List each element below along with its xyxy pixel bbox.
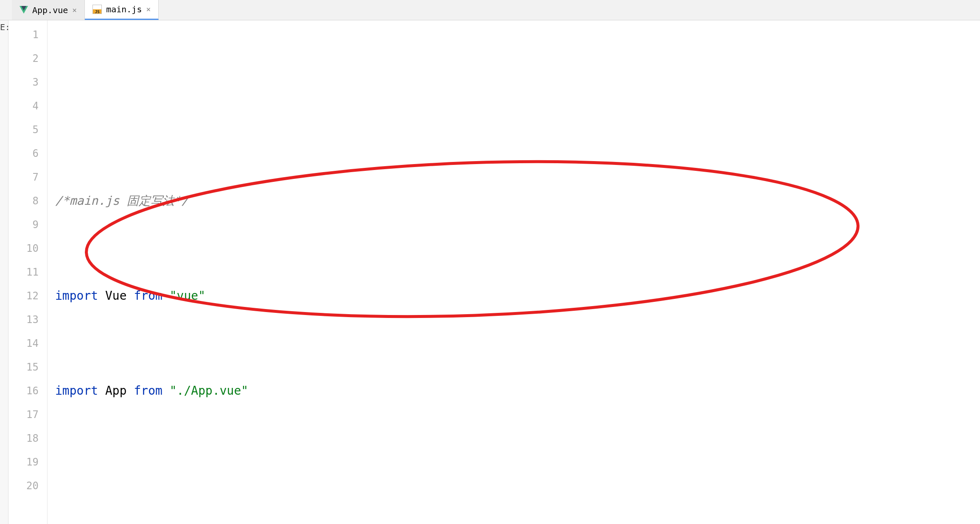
- line-number: 2: [8, 47, 39, 70]
- code-area[interactable]: /*main.js 固定写法*/ import Vue from "vue" i…: [48, 20, 980, 524]
- code-line[interactable]: [48, 94, 980, 118]
- line-number: 15: [8, 355, 39, 379]
- project-tree-sliver: E:: [0, 20, 8, 524]
- line-number: 4: [8, 94, 39, 118]
- tab-app-vue[interactable]: App.vue ×: [12, 0, 85, 20]
- line-number: 12: [8, 284, 39, 308]
- code-line[interactable]: /*main.js 固定写法*/: [48, 189, 980, 213]
- tab-main-js[interactable]: main.js ×: [85, 0, 159, 20]
- annotation-ellipse: [31, 126, 828, 304]
- line-number: 16: [8, 379, 39, 403]
- tab-bar: App.vue × main.js ×: [0, 0, 980, 20]
- line-number: 7: [8, 165, 39, 189]
- editor: 1 2 3 4 5 6 7 8 9 10 11 12 13 14 15 16 1…: [8, 20, 980, 524]
- vue-icon: [20, 6, 28, 14]
- line-number: 13: [8, 308, 39, 332]
- tab-label: main.js: [106, 4, 142, 14]
- line-number: 11: [8, 260, 39, 284]
- close-icon[interactable]: ×: [146, 6, 151, 13]
- code-line[interactable]: import Vue from "vue": [48, 284, 980, 308]
- js-file-icon: [92, 5, 102, 14]
- close-icon[interactable]: ×: [72, 6, 77, 14]
- line-number: 8: [8, 189, 39, 213]
- code-line[interactable]: [48, 474, 980, 498]
- code-line[interactable]: import App from "./App.vue": [48, 379, 980, 403]
- line-number: 18: [8, 426, 39, 450]
- tab-label: App.vue: [32, 5, 68, 15]
- line-number: 9: [8, 213, 39, 237]
- line-number: 17: [8, 403, 39, 426]
- line-number: 5: [8, 118, 39, 142]
- line-number: 20: [8, 474, 39, 498]
- line-number-gutter[interactable]: 1 2 3 4 5 6 7 8 9 10 11 12 13 14 15 16 1…: [8, 20, 48, 524]
- line-number: 3: [8, 70, 39, 94]
- line-number: 6: [8, 142, 39, 165]
- line-number: 10: [8, 237, 39, 260]
- line-number: 14: [8, 332, 39, 355]
- line-number: 19: [8, 450, 39, 474]
- line-number: 1: [8, 23, 39, 47]
